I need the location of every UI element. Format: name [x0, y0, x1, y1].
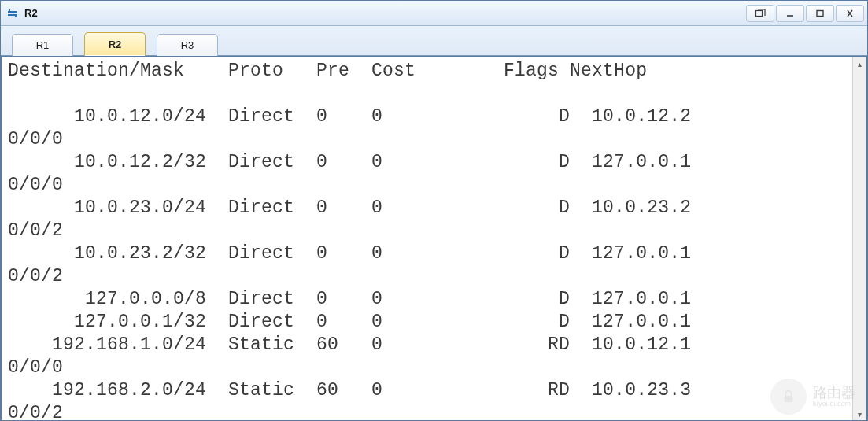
- scroll-down-icon[interactable]: ▾: [853, 407, 866, 421]
- tab-r1[interactable]: R1: [12, 34, 73, 56]
- maximize-button[interactable]: [806, 5, 834, 22]
- tab-r2[interactable]: R2: [84, 32, 146, 56]
- title-bar: R2: [1, 1, 867, 26]
- svg-rect-2: [756, 10, 763, 16]
- app-icon: [6, 6, 20, 20]
- svg-point-1: [15, 15, 17, 17]
- svg-point-0: [9, 9, 10, 10]
- tab-strip: R1 R2 R3: [1, 26, 867, 56]
- vertical-scrollbar[interactable]: ▴ ▾: [852, 57, 866, 421]
- scroll-up-icon[interactable]: ▴: [853, 57, 866, 71]
- close-button[interactable]: [836, 5, 864, 22]
- minimize-button[interactable]: [776, 5, 804, 22]
- tab-r3[interactable]: R3: [157, 34, 218, 56]
- detach-button[interactable]: [746, 5, 774, 22]
- terminal-output: Destination/Mask Proto Pre Cost Flags Ne…: [2, 57, 866, 421]
- svg-rect-4: [817, 10, 823, 16]
- terminal-pane[interactable]: Destination/Mask Proto Pre Cost Flags Ne…: [1, 56, 867, 421]
- window-title: R2: [24, 7, 38, 19]
